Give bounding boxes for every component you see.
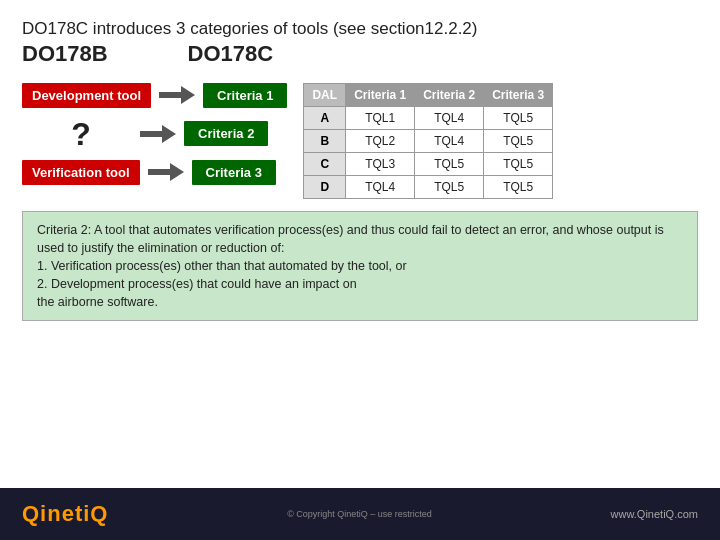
- cell-c3: TQL5: [484, 175, 553, 198]
- title-block: DO178C introduces 3 categories of tools …: [22, 18, 698, 69]
- footer-copyright: © Copyright QinetiQ – use restricted: [108, 509, 610, 519]
- middle-section: Development tool Criteria 1 ?: [22, 83, 698, 199]
- table-row: B TQL2 TQL4 TQL5: [304, 129, 553, 152]
- logo-main: Qineti: [22, 501, 90, 526]
- footer-logo: QinetiQ: [22, 501, 108, 527]
- title-do178b: DO178B: [22, 40, 108, 69]
- title-do178c: DO178C: [188, 40, 274, 69]
- cell-c2: TQL5: [415, 175, 484, 198]
- svg-rect-2: [140, 131, 164, 137]
- cell-dal: D: [304, 175, 346, 198]
- cell-c3: TQL5: [484, 106, 553, 129]
- question-mark: ?: [22, 118, 132, 150]
- cell-c3: TQL5: [484, 129, 553, 152]
- criteria-table: DAL Criteria 1 Criteria 2 Criteria 3 A T…: [303, 83, 553, 199]
- verif-tool-label: Verification tool: [22, 160, 140, 185]
- cell-c1: TQL3: [346, 152, 415, 175]
- table-wrapper: DAL Criteria 1 Criteria 2 Criteria 3 A T…: [303, 83, 698, 199]
- svg-rect-0: [159, 92, 183, 98]
- cell-c1: TQL2: [346, 129, 415, 152]
- footer: QinetiQ © Copyright QinetiQ – use restri…: [0, 488, 720, 540]
- cell-c2: TQL5: [415, 152, 484, 175]
- footer-url: www.QinetiQ.com: [611, 508, 698, 520]
- criteria-1-label: Criteria 1: [203, 83, 287, 108]
- svg-rect-4: [148, 169, 172, 175]
- bottom-description: Criteria 2: A tool that automates verifi…: [22, 211, 698, 322]
- criteria-2-label: Criteria 2: [184, 121, 268, 146]
- col-header-c1: Criteria 1: [346, 83, 415, 106]
- cell-c2: TQL4: [415, 129, 484, 152]
- col-header-c2: Criteria 2: [415, 83, 484, 106]
- col-header-c3: Criteria 3: [484, 83, 553, 106]
- content-area: DO178C introduces 3 categories of tools …: [0, 0, 720, 488]
- cell-c1: TQL4: [346, 175, 415, 198]
- cell-dal: A: [304, 106, 346, 129]
- arrow-unknown: [140, 123, 176, 145]
- col-header-dal: DAL: [304, 83, 346, 106]
- arrow-dev: [159, 84, 195, 106]
- tool-row-verif: Verification tool Criteria 3: [22, 160, 287, 185]
- tool-row-unknown: ? Criteria 2: [22, 118, 287, 150]
- tool-row-dev: Development tool Criteria 1: [22, 83, 287, 108]
- svg-marker-1: [181, 86, 195, 104]
- slide: DO178C introduces 3 categories of tools …: [0, 0, 720, 540]
- criteria-3-label: Criteria 3: [192, 160, 276, 185]
- cell-dal: B: [304, 129, 346, 152]
- cell-c1: TQL1: [346, 106, 415, 129]
- svg-marker-3: [162, 125, 176, 143]
- dev-tool-label: Development tool: [22, 83, 151, 108]
- arrow-verif: [148, 161, 184, 183]
- svg-marker-5: [170, 163, 184, 181]
- table-row: A TQL1 TQL4 TQL5: [304, 106, 553, 129]
- cell-c3: TQL5: [484, 152, 553, 175]
- cell-dal: C: [304, 152, 346, 175]
- table-row: C TQL3 TQL5 TQL5: [304, 152, 553, 175]
- logo-accent: Q: [90, 501, 108, 526]
- title-line2: DO178B DO178C: [22, 40, 698, 69]
- title-line1: DO178C introduces 3 categories of tools …: [22, 18, 698, 40]
- cell-c2: TQL4: [415, 106, 484, 129]
- table-row: D TQL4 TQL5 TQL5: [304, 175, 553, 198]
- tools-column: Development tool Criteria 1 ?: [22, 83, 287, 185]
